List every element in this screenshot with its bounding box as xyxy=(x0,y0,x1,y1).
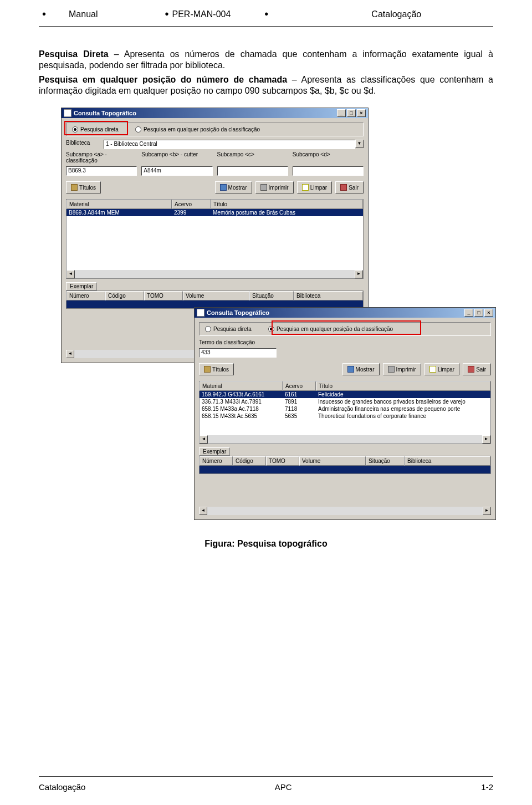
col-material[interactable]: Material xyxy=(66,200,172,209)
window-title: Consulta Topográfico xyxy=(74,110,136,116)
results-grid[interactable]: Material Acervo Título B869.3 A844m MEM … xyxy=(66,199,364,279)
radio-pesquisa-qualquer[interactable]: Pesquisa em qualquer posição da classifi… xyxy=(135,126,260,133)
scrollbar-h[interactable]: ◄ ► xyxy=(66,270,363,278)
scrollbar-h[interactable]: ◄ ► xyxy=(199,507,491,515)
table-row[interactable] xyxy=(200,466,490,473)
subc-input[interactable] xyxy=(217,166,288,176)
bullet-icon: • xyxy=(39,8,49,21)
col-material[interactable]: Material xyxy=(200,381,283,391)
page-header: • Manual • PER-MAN-004 • Catalogação xyxy=(39,0,493,27)
mostrar-button[interactable]: Mostrar xyxy=(342,363,380,375)
app-icon xyxy=(197,309,204,317)
subd-input[interactable] xyxy=(293,166,364,176)
sair-button[interactable]: Sair xyxy=(463,363,491,375)
col-acervo[interactable]: Acervo xyxy=(172,200,211,209)
close-button[interactable]: × xyxy=(484,309,493,317)
subb-input[interactable]: A844m xyxy=(141,166,212,176)
para2-bold: Pesquisa em qualquer posição do número d… xyxy=(39,75,287,84)
limpar-button[interactable]: Limpar xyxy=(297,181,332,193)
bullet-icon: • xyxy=(162,8,172,21)
highlight-box xyxy=(272,320,421,335)
sair-button[interactable]: Sair xyxy=(335,181,364,193)
termo-input[interactable]: 433 xyxy=(199,348,277,358)
window-consulta-2: Consulta Topográfico _ □ × Pesquisa dire… xyxy=(194,307,496,520)
maximize-button[interactable]: □ xyxy=(474,309,483,317)
col-situacao[interactable]: Situação xyxy=(249,291,294,300)
page-footer: Catalogação APC 1-2 xyxy=(39,776,493,805)
suba-label: Subcampo <a> - classificação xyxy=(66,151,137,164)
col-titulo[interactable]: Título xyxy=(316,381,490,391)
footer-right: 1-2 xyxy=(481,782,493,792)
titulos-button[interactable]: Títulos xyxy=(66,181,101,193)
table-row[interactable]: B869.3 A844m MEM 2399 Memória postuma de… xyxy=(66,209,363,216)
print-icon xyxy=(388,366,395,373)
exemplar-label: Exemplar xyxy=(199,447,230,456)
results-grid[interactable]: Material Acervo Título 159.942.3 G433t A… xyxy=(199,381,491,444)
col-codigo[interactable]: Código xyxy=(105,291,144,300)
highlight-box xyxy=(64,121,128,135)
scroll-left-icon[interactable]: ◄ xyxy=(200,435,208,444)
new-icon xyxy=(429,366,436,373)
suba-input[interactable]: B869.3 xyxy=(66,166,137,176)
book-icon xyxy=(204,366,211,373)
col-volume[interactable]: Volume xyxy=(183,291,249,300)
dropdown-icon[interactable]: ▼ xyxy=(355,140,364,148)
header-col1: Manual xyxy=(49,9,161,19)
scrollbar-h[interactable]: ◄ ► xyxy=(200,435,490,444)
mostrar-button[interactable]: Mostrar xyxy=(215,181,252,193)
col-numero[interactable]: Número xyxy=(200,456,233,466)
header-col2: PER-MAN-004 xyxy=(172,9,262,19)
table-row[interactable]: 159.942.3 G433t Ac.6161 6161 Felicidade xyxy=(200,391,490,398)
radio-pesquisa-direta[interactable]: Pesquisa direta xyxy=(205,326,252,332)
book-icon xyxy=(71,184,78,191)
col-volume[interactable]: Volume xyxy=(299,456,366,466)
imprimir-button[interactable]: Imprimir xyxy=(255,181,294,193)
scroll-right-icon[interactable]: ► xyxy=(482,435,490,444)
col-numero[interactable]: Número xyxy=(66,291,105,300)
termo-label: Termo da classificação xyxy=(199,339,277,345)
limpar-button[interactable]: Limpar xyxy=(424,363,460,375)
scroll-right-icon[interactable]: ► xyxy=(355,270,363,278)
bullet-icon: • xyxy=(261,8,272,21)
exit-icon xyxy=(340,184,347,191)
eye-icon xyxy=(347,366,354,373)
table-row[interactable]: 658.15 M433t Ac.5635 5635 Theoretical fo… xyxy=(200,412,490,420)
subd-label: Subcampo <d> xyxy=(293,151,364,157)
table-row[interactable]: 336.71.3 M433i Ac.7891 7891 Insucesso de… xyxy=(200,398,490,405)
imprimir-button[interactable]: Imprimir xyxy=(383,363,421,375)
col-codigo[interactable]: Código xyxy=(233,456,266,466)
para1-bold: Pesquisa Direta xyxy=(39,49,109,59)
footer-center: APC xyxy=(275,782,292,792)
col-acervo[interactable]: Acervo xyxy=(283,381,316,391)
col-tomo[interactable]: TOMO xyxy=(266,456,299,466)
print-icon xyxy=(260,184,267,191)
exemplar-grid[interactable]: Número Código TOMO Volume Situação Bibli… xyxy=(66,291,364,309)
titulos-button[interactable]: Títulos xyxy=(199,363,234,375)
subb-label: Subcampo <b> - cutter xyxy=(141,151,212,157)
col-situacao[interactable]: Situação xyxy=(366,456,405,466)
scroll-left-icon[interactable]: ◄ xyxy=(66,350,74,358)
table-row[interactable]: 658.15 M433a Ac.7118 7118 Administração … xyxy=(200,405,490,412)
col-titulo[interactable]: Título xyxy=(211,200,363,209)
biblioteca-label: Biblioteca xyxy=(66,140,99,146)
close-button[interactable]: × xyxy=(357,109,366,117)
titlebar[interactable]: Consulta Topográfico _ □ × xyxy=(62,108,368,118)
exemplar-label: Exemplar xyxy=(66,282,97,291)
col-tomo[interactable]: TOMO xyxy=(144,291,183,300)
maximize-button[interactable]: □ xyxy=(347,109,356,117)
col-biblioteca[interactable]: Biblioteca xyxy=(405,456,490,466)
header-col3: Catalogação xyxy=(272,9,421,19)
app-icon xyxy=(64,109,71,117)
scroll-left-icon[interactable]: ◄ xyxy=(199,507,207,515)
minimize-button[interactable]: _ xyxy=(464,309,473,317)
minimize-button[interactable]: _ xyxy=(337,109,346,117)
scroll-right-icon[interactable]: ► xyxy=(483,507,491,515)
titlebar[interactable]: Consulta Topográfico _ □ × xyxy=(195,308,495,318)
col-biblioteca[interactable]: Biblioteca xyxy=(294,291,363,300)
window-title: Consulta Topográfico xyxy=(207,309,269,316)
biblioteca-select[interactable]: 1 - Biblioteca Central xyxy=(104,140,355,149)
exemplar-grid[interactable]: Número Código TOMO Volume Situação Bibli… xyxy=(199,456,491,474)
radio-icon xyxy=(205,326,211,332)
paragraph-2: Pesquisa em qualquer posição do número d… xyxy=(39,74,493,96)
scroll-left-icon[interactable]: ◄ xyxy=(66,270,75,278)
